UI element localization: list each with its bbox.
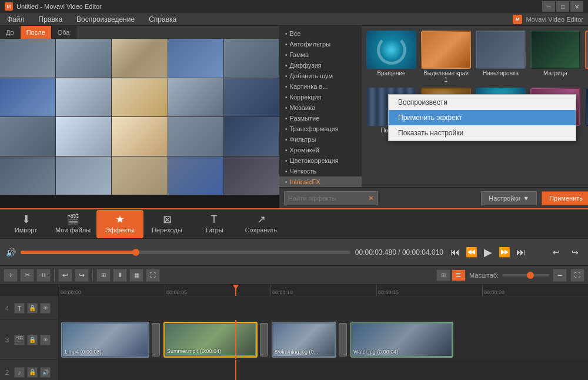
effect-particles2[interactable]: Частицы 2: [584, 86, 588, 135]
close-button[interactable]: ✕: [570, 1, 583, 12]
cat-mosaic[interactable]: Мозаика: [279, 102, 362, 113]
movavi-logo-icon: M: [513, 15, 522, 24]
cat-autofilters[interactable]: Автофильтры: [279, 39, 362, 49]
video-canvas: [0, 39, 279, 195]
effects-content: Все Автофильтры Гамма Диффузия Добавить …: [279, 26, 588, 187]
toolbar-effects[interactable]: ★ Эффекты: [96, 210, 143, 238]
redo-button[interactable]: ↪: [75, 269, 89, 282]
track-lock-icon-4[interactable]: 🔒: [27, 303, 38, 314]
rewind-button[interactable]: ⏪: [465, 245, 479, 259]
track-lock-icon-3[interactable]: 🔒: [27, 335, 38, 345]
cat-picinpic[interactable]: Картинка в...: [279, 81, 362, 92]
separator2: [92, 269, 93, 281]
track-video-icon-3[interactable]: 🎬: [14, 335, 25, 345]
track-audio-icon-2[interactable]: ♪: [14, 367, 25, 378]
clip-water[interactable]: Water.jpg (0:00:04): [350, 322, 453, 358]
ctx-apply-effect[interactable]: Применить эффект: [389, 110, 576, 125]
fast-forward-button[interactable]: ⏩: [497, 245, 512, 259]
maximize-button[interactable]: □: [556, 1, 569, 12]
marker-button[interactable]: ⬇: [113, 269, 127, 282]
track-header-2: 2 ♪ 🔒 🔊: [0, 360, 59, 380]
zoom-in-button[interactable]: ⛶: [570, 269, 584, 282]
toolbar-transitions[interactable]: ⊠ Переходы: [143, 210, 191, 238]
view-timeline[interactable]: ☰: [452, 269, 466, 281]
search-clear-icon[interactable]: ✕: [368, 194, 374, 202]
redo-playback-button[interactable]: ↪: [568, 245, 582, 259]
track-text-icon-4[interactable]: T: [14, 303, 25, 314]
effect-slot3[interactable]: Нивелировка: [475, 29, 527, 84]
undo-playback-button[interactable]: ↩: [549, 245, 563, 259]
cat-diffusion[interactable]: Диффузия: [279, 60, 362, 71]
clip-label-swimming: Swimming.jpg (0:...: [275, 349, 333, 355]
video-cell: [0, 39, 55, 78]
effect-texture[interactable]: Матрица: [529, 29, 582, 84]
cat-all[interactable]: Все: [279, 28, 362, 39]
undo-button[interactable]: ↩: [58, 269, 72, 282]
cat-chroma[interactable]: Хромакей: [279, 145, 362, 155]
zoom-out-button[interactable]: −: [553, 269, 567, 282]
skip-start-button[interactable]: ⏮: [448, 245, 462, 259]
menu-help[interactable]: Справка: [146, 14, 179, 25]
toolbar-titles-label: Титры: [205, 226, 223, 234]
menu-file[interactable]: Файл: [5, 14, 27, 25]
play-button[interactable]: ▶: [481, 245, 495, 259]
zoom-fit-button[interactable]: ⛶: [146, 269, 160, 282]
select-button[interactable]: ▦: [129, 269, 143, 282]
split-button[interactable]: ⊣⊢: [36, 269, 51, 282]
minimize-button[interactable]: ─: [542, 1, 555, 12]
toolbar-save[interactable]: ↗ Сохранить: [238, 210, 285, 238]
cat-filters[interactable]: Фильтры: [279, 134, 362, 145]
playback-bar: 🔊 00:00:03.480 / 00:00:04.010 ⏮ ⏪ ▶ ⏩ ⏭ …: [0, 239, 588, 266]
tab-before[interactable]: До: [0, 26, 21, 39]
tab-after[interactable]: После: [21, 26, 52, 39]
effect-rotation[interactable]: Вращение: [365, 29, 417, 84]
effects-grid: Вращение Выделение края 1 Нивелировка: [365, 29, 588, 135]
search-box[interactable]: ✕: [284, 191, 378, 205]
ctx-show-settings[interactable]: Показать настройки: [389, 125, 576, 141]
effect-edge[interactable]: Выделение края 1: [420, 29, 472, 84]
video-cell: [112, 39, 167, 78]
toolbar-titles[interactable]: T Титры: [191, 210, 238, 238]
cut-button[interactable]: ✂: [20, 269, 34, 282]
cat-correction[interactable]: Коррекция: [279, 92, 362, 102]
apply-button[interactable]: Применить: [542, 191, 588, 205]
view-storyboard[interactable]: ⊞: [436, 269, 450, 281]
menu-edit[interactable]: Правка: [36, 14, 65, 25]
cat-colorcorr[interactable]: Цветокоррекция: [279, 155, 362, 166]
cat-addnoise[interactable]: Добавить шум: [279, 71, 362, 81]
track-eye-icon-4[interactable]: 👁: [40, 303, 51, 314]
ctx-play[interactable]: Воспроизвести: [389, 95, 576, 110]
effect-repeat[interactable]: Многократное повторение Воспроизвести Пр…: [584, 29, 588, 84]
view-btns: ⊞ ☰: [436, 269, 466, 281]
track-eye-icon-3[interactable]: 👁: [40, 335, 51, 345]
toolbar-transitions-label: Переходы: [152, 226, 182, 234]
cat-blur[interactable]: Размытие: [279, 113, 362, 124]
track-lock-icon-2[interactable]: 🔒: [27, 367, 38, 378]
search-input[interactable]: [288, 195, 368, 202]
clip-1mp4[interactable]: 1.mp4 (0:00:03): [61, 322, 149, 358]
clip-label-summer: Summer.mp4 (0:00:04): [167, 348, 254, 354]
toolbar-import[interactable]: ⬇ Импорт: [2, 210, 49, 238]
cat-gamma[interactable]: Гамма: [279, 49, 362, 60]
cat-intrinsicfx[interactable]: IntrinsicFX: [279, 176, 362, 187]
track-vol-icon-2[interactable]: 🔊: [40, 367, 51, 378]
progress-bar[interactable]: [21, 251, 350, 254]
snap-button[interactable]: ⊞: [96, 269, 111, 282]
cat-transform[interactable]: Трансформация: [279, 124, 362, 134]
clip-summer[interactable]: Summer.mp4 (0:00:04): [163, 322, 258, 358]
clip-swimming[interactable]: Swimming.jpg (0:...: [272, 322, 336, 358]
add-track-button[interactable]: +: [4, 269, 18, 282]
menu-playback[interactable]: Воспроизведение: [74, 14, 137, 25]
tab-both[interactable]: Оба: [52, 26, 76, 39]
scale-slider[interactable]: [502, 274, 549, 276]
track-header-4: 4 T 🔒 👁: [0, 296, 59, 319]
transitions-icon: ⊠: [163, 214, 172, 225]
main-content: До После Оба: [0, 26, 588, 208]
separator: [54, 269, 55, 281]
toolbar-myfiles[interactable]: 🎬 Мои файлы: [49, 210, 96, 238]
settings-button[interactable]: Настройки ▼: [481, 191, 537, 205]
track-row-2: 2 ♪ 🔒 🔊: [0, 360, 588, 380]
myfiles-icon: 🎬: [66, 214, 79, 225]
cat-sharpness[interactable]: Чёткость: [279, 166, 362, 176]
skip-end-button[interactable]: ⏭: [514, 245, 528, 259]
